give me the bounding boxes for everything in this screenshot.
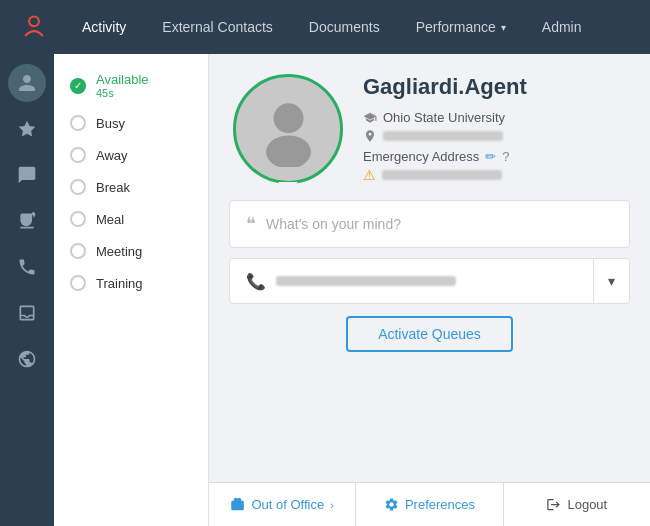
status-meal-label: Meal xyxy=(96,212,124,227)
nav-performance[interactable]: Performance ▾ xyxy=(398,0,524,54)
content-area: Gagliardi.Agent Ohio State University Em… xyxy=(209,54,650,526)
performance-arrow-icon: ▾ xyxy=(501,22,506,33)
profile-address-blurred xyxy=(383,131,503,141)
mindset-box[interactable]: ❝ What's on your mind? xyxy=(229,200,630,248)
phone-number-blurred xyxy=(276,276,456,286)
status-away[interactable]: Away xyxy=(54,139,208,171)
university-icon xyxy=(363,111,377,125)
status-training-icon xyxy=(70,275,86,291)
app-logo xyxy=(16,9,52,45)
profile-section: Gagliardi.Agent Ohio State University Em… xyxy=(209,54,650,200)
status-away-icon xyxy=(70,147,86,163)
phone-chevron-icon[interactable]: ▾ xyxy=(594,259,629,303)
status-available[interactable]: ✓ Available 45s xyxy=(54,64,208,107)
status-busy-label: Busy xyxy=(96,116,125,131)
sidebar-phone-icon[interactable] xyxy=(8,248,46,286)
avatar-triangle xyxy=(278,182,298,192)
status-training[interactable]: Training xyxy=(54,267,208,299)
nav-documents[interactable]: Documents xyxy=(291,0,398,54)
out-of-office-icon xyxy=(230,497,245,512)
logout-label: Logout xyxy=(567,497,607,512)
status-meeting-label: Meeting xyxy=(96,244,142,259)
profile-university: Ohio State University xyxy=(383,110,505,125)
emergency-row: Emergency Address ✏ ? xyxy=(363,149,626,164)
info-icon[interactable]: ? xyxy=(502,149,509,164)
status-busy-icon xyxy=(70,115,86,131)
nav-activity[interactable]: Activity xyxy=(64,0,144,54)
emergency-label: Emergency Address xyxy=(363,149,479,164)
warning-icon: ⚠ xyxy=(363,167,376,183)
nav-admin[interactable]: Admin xyxy=(524,0,600,54)
svg-point-1 xyxy=(273,103,303,133)
status-break-label: Break xyxy=(96,180,130,195)
mindset-placeholder: What's on your mind? xyxy=(266,216,401,232)
profile-info: Gagliardi.Agent Ohio State University Em… xyxy=(363,74,626,183)
sidebar-chat-icon[interactable] xyxy=(8,156,46,194)
bottom-bar: Out of Office › Preferences Logout xyxy=(209,482,650,526)
svg-point-2 xyxy=(266,135,311,167)
status-break-icon xyxy=(70,179,86,195)
status-busy[interactable]: Busy xyxy=(54,107,208,139)
status-available-time: 45s xyxy=(96,87,149,99)
status-away-label: Away xyxy=(96,148,128,163)
edit-icon[interactable]: ✏ xyxy=(485,149,496,164)
activate-row: Activate Queues xyxy=(209,316,650,352)
sidebar-coffee-icon[interactable] xyxy=(8,202,46,240)
preferences-tab[interactable]: Preferences xyxy=(356,483,503,526)
out-of-office-label: Out of Office xyxy=(251,497,324,512)
phone-handset-icon: 📞 xyxy=(246,272,266,291)
logout-icon xyxy=(546,497,561,512)
status-meeting[interactable]: Meeting xyxy=(54,235,208,267)
svg-point-0 xyxy=(29,17,39,27)
out-of-office-tab[interactable]: Out of Office › xyxy=(209,483,356,526)
status-break[interactable]: Break xyxy=(54,171,208,203)
sidebar-inbox-icon[interactable] xyxy=(8,294,46,332)
phone-left: 📞 xyxy=(230,260,593,303)
sidebar-icons xyxy=(0,54,54,526)
nav-external-contacts[interactable]: External Contacts xyxy=(144,0,291,54)
sidebar-globe-icon[interactable] xyxy=(8,340,46,378)
top-nav: Activity External Contacts Documents Per… xyxy=(0,0,650,54)
status-meal[interactable]: Meal xyxy=(54,203,208,235)
preferences-icon xyxy=(384,497,399,512)
location-icon xyxy=(363,129,377,143)
warning-row: ⚠ xyxy=(363,167,626,183)
profile-university-row: Ohio State University xyxy=(363,110,626,125)
status-available-label: Available xyxy=(96,72,149,87)
sidebar-star-icon[interactable] xyxy=(8,110,46,148)
profile-location-row xyxy=(363,129,626,143)
status-meal-icon xyxy=(70,211,86,227)
avatar-container xyxy=(233,74,343,184)
main-layout: ✓ Available 45s Busy Away Break Meal xyxy=(0,54,650,526)
activate-queues-button[interactable]: Activate Queues xyxy=(346,316,513,352)
phone-row: 📞 ▾ xyxy=(229,258,630,304)
emergency-address-blurred xyxy=(382,170,502,180)
out-of-office-chevron-icon: › xyxy=(330,499,334,511)
preferences-label: Preferences xyxy=(405,497,475,512)
profile-name: Gagliardi.Agent xyxy=(363,74,626,100)
status-panel: ✓ Available 45s Busy Away Break Meal xyxy=(54,54,209,526)
status-meeting-icon xyxy=(70,243,86,259)
status-available-labels: Available 45s xyxy=(96,72,149,99)
logout-tab[interactable]: Logout xyxy=(504,483,650,526)
status-training-label: Training xyxy=(96,276,142,291)
avatar xyxy=(233,74,343,184)
quote-icon: ❝ xyxy=(246,213,256,235)
sidebar-user-icon[interactable] xyxy=(8,64,46,102)
status-available-icon: ✓ xyxy=(70,78,86,94)
